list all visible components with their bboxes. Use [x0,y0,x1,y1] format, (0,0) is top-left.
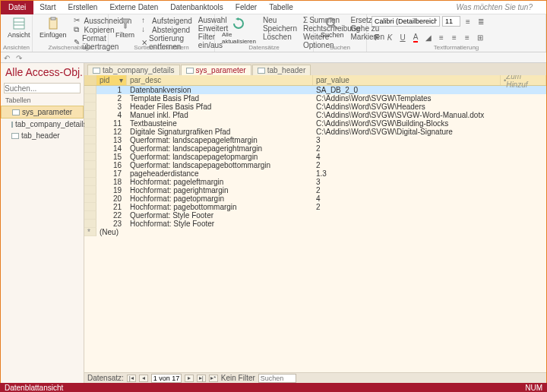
tab-external[interactable]: Externe Daten [103,2,164,13]
cell-val[interactable]: C:\Addins\Word\SVGW\Templates [313,94,546,103]
row-header[interactable] [84,128,96,136]
row-header[interactable] [84,169,96,178]
tab-fields[interactable]: Felder [229,2,263,13]
cell-val[interactable]: 2 [313,161,546,169]
cell-val[interactable]: 4 [313,194,546,203]
fill-color-button[interactable]: ◢ [423,32,434,43]
doc-tab-header[interactable]: tab_header [252,65,311,75]
table-row[interactable]: 13Querformat: landscapepageleftmargin3 [84,136,546,144]
nav-item-header[interactable]: tab_header [1,130,84,141]
cell-pid[interactable]: 12 [96,128,127,136]
cell-pid[interactable]: 17 [96,169,127,178]
paste-button[interactable]: Einfügen [37,16,69,40]
table-row[interactable]: 20Hochformat: pagetopmargin4 [84,194,546,203]
cell-desc[interactable]: Hochformat: pageleftmargin [127,178,313,186]
cell-desc[interactable]: Querformat: landscapepagetopmargin [127,153,313,161]
bullets-button[interactable]: ≡ [463,16,473,27]
font-color-button[interactable]: A [410,32,421,43]
row-header[interactable] [84,153,96,161]
cell-val[interactable]: 2 [313,144,546,153]
cell-pid[interactable]: 2 [96,94,127,103]
row-header[interactable] [84,136,96,144]
cell-val[interactable] [313,220,546,228]
tell-me[interactable]: Was möchten Sie tun? [451,2,539,13]
refresh-button[interactable]: Alle aktualisieren [220,16,258,46]
cell-pid[interactable]: 3 [96,103,127,111]
cell-val[interactable]: 2 [313,203,546,211]
cell-desc[interactable]: Hochformat: pagebottommargin [127,203,313,211]
col-val[interactable]: par_value [313,75,501,85]
first-record-button[interactable]: |◂ [127,375,136,382]
cell-desc[interactable]: Header Files Basis Pfad [127,103,313,111]
align-right-button[interactable]: ≡ [462,32,473,43]
cell-pid-new[interactable]: (Neu) [96,228,127,236]
numbering-button[interactable]: ≣ [476,16,486,27]
undo-button[interactable]: ↶ [4,54,11,62]
table-row[interactable]: 21Hochformat: pagebottommargin2 [84,203,546,211]
cell-desc[interactable]: Manuel inkl. Pfad [127,111,313,119]
cell-val[interactable]: 2 [313,186,546,194]
cell-pid[interactable]: 20 [96,194,127,203]
cell-desc[interactable]: Textbausteine [127,119,313,128]
table-row[interactable]: 2Template Basis PfadC:\Addins\Word\SVGW\… [84,94,546,103]
new-record-nav-button[interactable]: ▸* [209,375,218,382]
table-row[interactable]: 19Hochformat: pagerightmargin2 [84,186,546,194]
doc-tab-sysparam[interactable]: sys_parameter [181,65,251,75]
table-row[interactable]: 15Querformat: landscapepagetopmargin4 [84,153,546,161]
cell-val[interactable] [313,211,546,220]
new-record-button[interactable]: Neu [261,16,299,24]
cell-desc[interactable]: Querformat: Style Footer [127,211,313,220]
row-header[interactable] [84,211,96,220]
row-header[interactable] [84,178,96,186]
cell-pid[interactable]: 23 [96,220,127,228]
cell-pid[interactable]: 4 [96,111,127,119]
find-button[interactable]: Suchen [318,16,346,40]
font-select[interactable] [372,16,440,27]
row-header[interactable] [84,161,96,169]
row-header[interactable] [84,228,96,236]
cell-val[interactable]: SA_DB_2_0 [313,86,546,94]
cell-desc[interactable]: Querformat: landscapepagebottommargin [127,161,313,169]
row-header[interactable] [84,103,96,111]
tab-table[interactable]: Tabelle [263,2,299,13]
cell-pid[interactable]: 16 [96,161,127,169]
nav-title[interactable]: Alle Access-Obj... [1,63,84,81]
row-header[interactable] [84,119,96,128]
cell-val[interactable]: C:\Addins\Word\SVGW\Building-Blocks [313,119,546,128]
select-all-cell[interactable] [84,75,96,85]
row-header[interactable] [84,144,96,153]
nav-item-company-details[interactable]: tab_company_details [1,119,84,130]
doc-tab-company[interactable]: tab_company_details [87,65,180,75]
save-record-button[interactable]: Speichern [261,24,299,33]
row-header[interactable] [84,220,96,228]
cell-desc[interactable]: Querformat: landscapepagerightmargin [127,144,313,153]
cell-pid[interactable]: 22 [96,211,127,220]
table-row[interactable]: 12Digitale Signaturgrafiken PfadC:\Addin… [84,128,546,136]
table-row[interactable]: 1DatenbankversionSA_DB_2_0 [84,86,546,94]
cell-pid[interactable]: 15 [96,153,127,161]
record-position-input[interactable] [151,374,182,383]
tab-start[interactable]: Start [33,2,62,13]
nav-section-tables[interactable]: Tabellen [1,95,84,106]
row-header[interactable] [84,186,96,194]
table-row[interactable]: 18Hochformat: pageleftmargin3 [84,178,546,186]
table-row[interactable]: 11TextbausteineC:\Addins\Word\SVGW\Build… [84,119,546,128]
cell-pid[interactable]: 13 [96,136,127,144]
filter-indicator[interactable]: Kein Filter [221,374,255,382]
cell-desc[interactable]: Digitale Signaturgrafiken Pfad [127,128,313,136]
nav-search-input[interactable] [4,83,81,93]
tab-create[interactable]: Erstellen [62,2,103,13]
align-left-button[interactable]: ≡ [436,32,447,43]
redo-button[interactable]: ↷ [16,54,24,62]
cell-desc[interactable]: Hochformat: Style Footer [127,220,313,228]
gridlines-button[interactable]: ⊞ [475,32,485,43]
row-header[interactable] [84,86,96,94]
sort-desc-button[interactable]: ↓Absteigend [140,25,194,34]
table-row[interactable]: 16Querformat: landscapepagebottommargin2 [84,161,546,169]
table-row[interactable]: 17pageheaderdistance1.3 [84,169,546,178]
table-row[interactable]: 3Header Files Basis PfadC:\Addins\Word\S… [84,103,546,111]
record-search-input[interactable] [258,374,296,383]
cell-pid[interactable]: 19 [96,186,127,194]
delete-record-button[interactable]: Löschen [261,33,299,41]
italic-button[interactable]: K [384,32,395,43]
